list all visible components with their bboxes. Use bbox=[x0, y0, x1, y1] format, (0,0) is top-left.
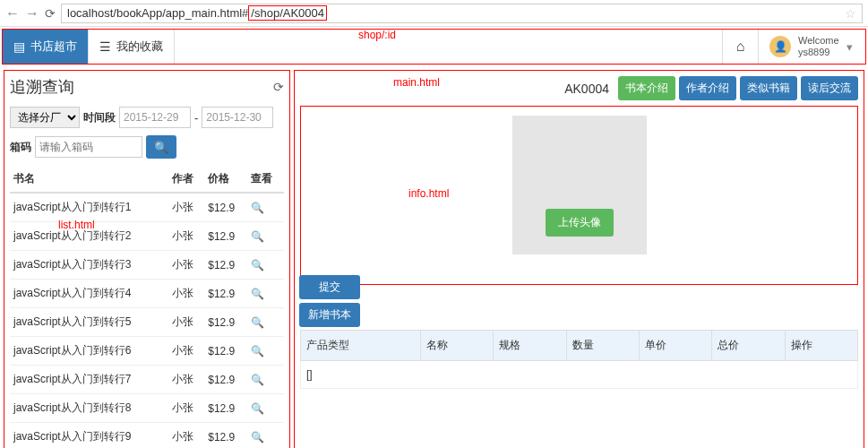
tab-similar-books[interactable]: 类似书籍 bbox=[740, 76, 797, 100]
search-button[interactable]: 🔍 bbox=[146, 135, 176, 159]
cell-name: javaScript从入门到转行4 bbox=[10, 280, 168, 308]
refresh-icon[interactable]: ⟳ bbox=[273, 80, 284, 94]
tab-bookstore[interactable]: ▤ 书店超市 bbox=[3, 30, 89, 64]
cell-author: 小张 bbox=[168, 337, 205, 366]
view-icon[interactable]: 🔍 bbox=[251, 402, 264, 415]
forward-icon[interactable]: → bbox=[25, 5, 39, 22]
date-to-input[interactable] bbox=[202, 107, 273, 128]
tab-label: 书店超市 bbox=[30, 39, 77, 55]
panel-title: 追溯查询 bbox=[10, 76, 74, 98]
reload-icon[interactable]: ⟳ bbox=[45, 6, 56, 21]
home-button[interactable]: ⌂ bbox=[722, 30, 758, 64]
table-row: javaScript从入门到转行7小张$12.9🔍 bbox=[10, 366, 284, 394]
url-highlight: /shop/AK0004 bbox=[248, 5, 327, 21]
list-icon: ☰ bbox=[99, 39, 111, 54]
back-icon[interactable]: ← bbox=[5, 5, 20, 22]
cell-price: $12.9 bbox=[204, 423, 247, 449]
box-label: 箱码 bbox=[10, 140, 31, 155]
item-code: AK0004 bbox=[564, 82, 609, 96]
user-text: Welcome ys8899 bbox=[798, 35, 839, 58]
cell-price: $12.9 bbox=[204, 366, 247, 394]
cell-author: 小张 bbox=[168, 423, 205, 449]
url-input[interactable]: localhost/bookApp/app_main.html#/shop/AK… bbox=[61, 4, 863, 23]
cell-price: $12.9 bbox=[204, 337, 247, 366]
col-view: 查看 bbox=[247, 166, 284, 193]
annotation-shop-id: shop/:id bbox=[358, 29, 396, 41]
table-row: javaScript从入门到转行3小张$12.9🔍 bbox=[10, 251, 284, 280]
annotation-main-html: main.html bbox=[393, 76, 440, 89]
table-row: javaScript从入门到转行5小张$12.9🔍 bbox=[10, 308, 284, 337]
table-row: javaScript从入门到转行2小张$12.9🔍 bbox=[10, 222, 284, 251]
view-icon[interactable]: 🔍 bbox=[251, 316, 264, 329]
tab-favorites[interactable]: ☰ 我的收藏 bbox=[89, 30, 175, 64]
view-icon[interactable]: 🔍 bbox=[251, 288, 264, 300]
cell-name: javaScript从入门到转行5 bbox=[10, 308, 168, 337]
view-icon[interactable]: 🔍 bbox=[251, 259, 264, 271]
book-table: 书名 作者 价格 查看 javaScript从入门到转行1小张$12.9🔍jav… bbox=[10, 166, 284, 448]
box-code-input[interactable] bbox=[35, 136, 142, 158]
empty-row: [] bbox=[301, 361, 858, 389]
browser-bar: ← → ⟳ localhost/bookApp/app_main.html#/s… bbox=[0, 0, 868, 27]
username-label: ys8899 bbox=[798, 47, 839, 58]
cell-name: javaScript从入门到转行9 bbox=[10, 423, 168, 449]
tab-book-intro[interactable]: 书本介绍 bbox=[618, 76, 675, 100]
view-icon[interactable]: 🔍 bbox=[251, 374, 264, 386]
cell-price: $12.9 bbox=[204, 222, 247, 251]
col-type: 产品类型 bbox=[301, 331, 421, 361]
cell-author: 小张 bbox=[168, 251, 205, 280]
date-from-input[interactable] bbox=[119, 107, 191, 128]
url-text: localhost/bookApp/app_main.html# bbox=[67, 6, 248, 20]
cell-name: javaScript从入门到转行3 bbox=[10, 251, 168, 280]
cell-name: javaScript从入门到转行6 bbox=[10, 337, 168, 366]
image-placeholder: 上传头像 bbox=[512, 116, 647, 254]
welcome-label: Welcome bbox=[798, 35, 839, 47]
col-total: 总价 bbox=[712, 331, 785, 361]
table-row: javaScript从入门到转行1小张$12.9🔍 bbox=[10, 193, 284, 222]
cell-author: 小张 bbox=[168, 308, 205, 337]
tab-discussion[interactable]: 读后交流 bbox=[801, 76, 858, 100]
col-name: 书名 bbox=[10, 166, 168, 193]
book-icon: ▤ bbox=[13, 39, 25, 54]
table-row: javaScript从入门到转行6小张$12.9🔍 bbox=[10, 337, 284, 366]
col-author: 作者 bbox=[168, 166, 205, 193]
user-menu[interactable]: 👤 Welcome ys8899 ▾ bbox=[758, 30, 865, 64]
annotation-info-html: info.html bbox=[408, 187, 449, 200]
submit-button[interactable]: 提交 bbox=[299, 275, 360, 299]
view-icon[interactable]: 🔍 bbox=[251, 345, 264, 358]
info-box: info.html 上传头像 提交 新增书本 bbox=[300, 106, 858, 285]
annotation-list-html: list.html bbox=[58, 219, 95, 231]
cell-price: $12.9 bbox=[204, 280, 247, 308]
col-op: 操作 bbox=[785, 331, 857, 361]
col-price: 价格 bbox=[204, 166, 247, 193]
view-icon[interactable]: 🔍 bbox=[251, 202, 264, 214]
cell-price: $12.9 bbox=[204, 308, 247, 337]
col-spec: 规格 bbox=[494, 331, 566, 361]
avatar: 👤 bbox=[769, 36, 791, 57]
add-book-button[interactable]: 新增书本 bbox=[299, 303, 360, 327]
col-qty: 数量 bbox=[566, 331, 639, 361]
view-icon[interactable]: 🔍 bbox=[251, 431, 264, 444]
table-row: javaScript从入门到转行4小张$12.9🔍 bbox=[10, 280, 284, 308]
period-label: 时间段 bbox=[83, 110, 116, 125]
col-name: 名称 bbox=[421, 331, 494, 361]
cell-author: 小张 bbox=[168, 394, 205, 423]
cell-name: javaScript从入门到转行8 bbox=[10, 394, 168, 423]
left-panel: 追溯查询 ⟳ 选择分厂 时间段 - 箱码 🔍 list.html 书名 作者 价… bbox=[4, 70, 290, 448]
star-icon[interactable]: ☆ bbox=[845, 6, 856, 21]
cell-author: 小张 bbox=[168, 280, 205, 308]
factory-select[interactable]: 选择分厂 bbox=[10, 107, 80, 128]
cell-author: 小张 bbox=[168, 366, 205, 394]
upload-avatar-button[interactable]: 上传头像 bbox=[546, 209, 614, 237]
view-icon[interactable]: 🔍 bbox=[251, 230, 264, 243]
table-row: javaScript从入门到转行9小张$12.9🔍 bbox=[10, 423, 284, 449]
cell-price: $12.9 bbox=[204, 251, 247, 280]
caret-down-icon: ▾ bbox=[847, 40, 853, 54]
col-unit: 单价 bbox=[640, 331, 712, 361]
product-table: 产品类型 名称 规格 数量 单价 总价 操作 [] bbox=[300, 330, 858, 389]
tab-label: 我的收藏 bbox=[116, 39, 163, 55]
cell-author: 小张 bbox=[168, 193, 205, 222]
cell-name: javaScript从入门到转行7 bbox=[10, 366, 168, 394]
cell-price: $12.9 bbox=[204, 193, 247, 222]
tab-author-intro[interactable]: 作者介绍 bbox=[679, 76, 736, 100]
cell-author: 小张 bbox=[168, 222, 205, 251]
